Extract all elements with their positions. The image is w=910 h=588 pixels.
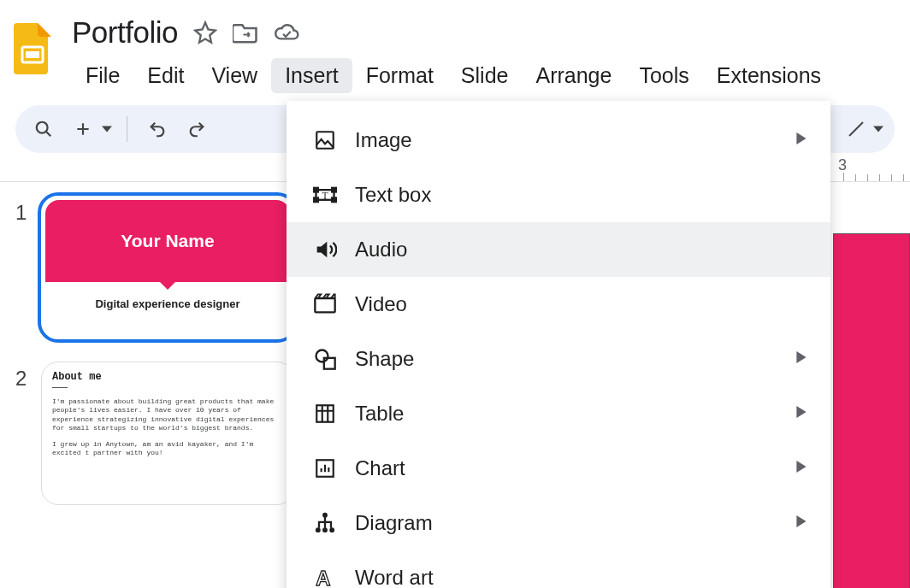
redo-icon[interactable] [180, 113, 213, 145]
thumb-number-1: 1 [15, 196, 41, 225]
slide1-title: Your Name [121, 231, 214, 251]
submenu-arrow-icon [796, 132, 807, 148]
insert-wordart[interactable]: A Word art [287, 550, 830, 588]
audio-icon [307, 238, 343, 262]
diagram-icon [307, 511, 343, 535]
menu-insert[interactable]: Insert [271, 58, 352, 93]
insert-menu-dropdown: Image T Text box Audio Video Shape [287, 101, 830, 588]
insert-image[interactable]: Image [287, 113, 830, 168]
slide2-paragraph-1: I'm passionate about building great prod… [52, 397, 283, 433]
shape-icon [307, 347, 343, 371]
svg-point-18 [329, 527, 334, 532]
svg-point-15 [322, 513, 328, 518]
insert-textbox[interactable]: T Text box [287, 168, 830, 222]
svg-rect-10 [315, 298, 334, 312]
insert-video[interactable]: Video [287, 277, 830, 332]
slide1-subtitle: Digital experience designer [42, 297, 293, 310]
svg-rect-1 [26, 51, 39, 58]
insert-diagram[interactable]: Diagram [287, 496, 830, 550]
document-title[interactable]: Portfolio [72, 15, 178, 50]
submenu-arrow-icon [796, 351, 807, 367]
insert-image-label: Image [355, 128, 412, 152]
menu-extensions[interactable]: Extensions [703, 58, 835, 93]
slides-logo[interactable] [10, 19, 55, 79]
ruler-label-3: 3 [838, 156, 847, 174]
svg-point-2 [37, 122, 48, 133]
table-icon [307, 403, 343, 425]
menu-view[interactable]: View [198, 58, 271, 93]
new-slide-dropdown-icon[interactable] [101, 113, 113, 145]
image-icon [307, 129, 343, 151]
slide-content-edge [833, 233, 910, 588]
svg-rect-6 [332, 188, 336, 192]
menu-slide[interactable]: Slide [447, 58, 523, 93]
insert-chart[interactable]: Chart [287, 441, 830, 496]
line-tool-dropdown-icon[interactable] [871, 113, 886, 145]
video-icon [307, 292, 343, 316]
cloud-saved-icon[interactable] [274, 21, 301, 44]
svg-text:A: A [316, 567, 330, 588]
slide-thumbnail-1[interactable]: Your Name Digital experience designer [41, 196, 294, 339]
menu-file[interactable]: File [72, 58, 133, 93]
insert-textbox-label: Text box [355, 183, 431, 207]
chart-icon [307, 457, 343, 479]
thumb-number-2: 2 [15, 362, 41, 391]
svg-rect-13 [316, 405, 334, 422]
insert-audio[interactable]: Audio [287, 222, 830, 277]
svg-point-11 [316, 350, 328, 362]
insert-shape-label: Shape [355, 347, 414, 371]
slide2-dashes: ——— [52, 383, 283, 392]
insert-video-label: Video [355, 292, 407, 316]
svg-point-17 [322, 527, 328, 532]
submenu-arrow-icon [796, 406, 807, 421]
menubar: File Edit View Insert Format Slide Arran… [72, 58, 835, 93]
insert-audio-label: Audio [355, 238, 407, 262]
insert-chart-label: Chart [355, 456, 405, 480]
svg-rect-5 [314, 188, 318, 192]
search-icon[interactable] [27, 113, 60, 145]
svg-rect-8 [332, 198, 336, 203]
wordart-icon: A [307, 567, 343, 588]
menu-format[interactable]: Format [352, 58, 447, 93]
textbox-icon: T [307, 183, 343, 207]
line-tool-icon[interactable] [840, 113, 872, 145]
insert-wordart-label: Word art [355, 566, 434, 588]
toolbar-separator [127, 116, 127, 142]
menu-arrange[interactable]: Arrange [522, 58, 625, 93]
submenu-arrow-icon [796, 461, 807, 476]
insert-shape[interactable]: Shape [287, 332, 830, 386]
slide2-paragraph-2: I grew up in Anytown, am an avid kayaker… [52, 440, 283, 458]
star-icon[interactable] [193, 21, 217, 44]
menu-edit[interactable]: Edit [133, 58, 198, 93]
menu-tools[interactable]: Tools [625, 58, 702, 93]
insert-table[interactable]: Table [287, 386, 830, 441]
svg-text:T: T [322, 191, 328, 202]
undo-icon[interactable] [141, 113, 174, 145]
slide-thumbnails-panel: 1 Your Name Digital experience designer … [0, 182, 325, 582]
slide2-heading: About me [52, 371, 283, 383]
move-folder-icon[interactable] [233, 21, 258, 44]
new-slide-button[interactable] [67, 113, 99, 145]
svg-rect-7 [314, 198, 318, 203]
submenu-arrow-icon [796, 515, 807, 531]
insert-table-label: Table [355, 402, 404, 426]
svg-point-16 [316, 527, 321, 532]
slide-thumbnail-2[interactable]: About me ——— I'm passionate about buildi… [41, 362, 294, 505]
insert-diagram-label: Diagram [355, 511, 433, 535]
